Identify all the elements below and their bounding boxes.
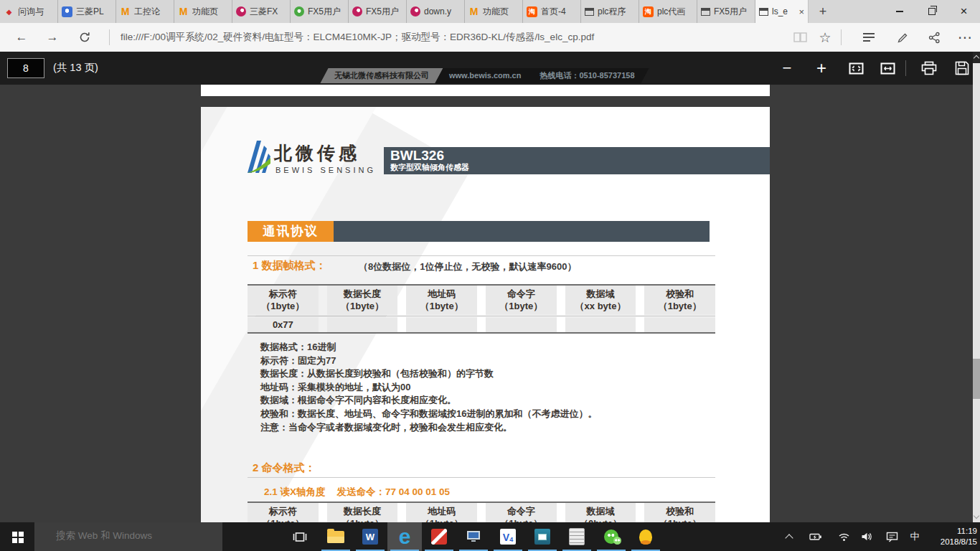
- new-tab-button[interactable]: +: [809, 0, 837, 23]
- back-button[interactable]: ←: [9, 23, 34, 52]
- taskbar-app-notepad[interactable]: [560, 522, 594, 551]
- browser-tab[interactable]: 淘plc代画: [639, 0, 697, 23]
- taskbar-app-word[interactable]: W: [353, 522, 387, 551]
- tray-notifications[interactable]: [881, 522, 903, 551]
- table-data-row: 0x77: [248, 317, 715, 332]
- tray-volume[interactable]: [857, 522, 877, 551]
- red-app-icon: [431, 529, 447, 545]
- scrollbar[interactable]: [973, 52, 980, 522]
- reading-view-icon: [793, 32, 807, 42]
- taskbar-app-qq[interactable]: [628, 522, 663, 551]
- logo-title: 北微传感: [274, 141, 360, 165]
- table-header-cell: 数据域（xx byte）: [565, 286, 636, 315]
- description-line: 数据长度：从数据长度到校验和（包括校验和）的字节数: [260, 367, 597, 381]
- chevron-up-icon: [974, 55, 979, 61]
- table-header-cell: 数据域（0byte）: [565, 503, 636, 522]
- task-view-button[interactable]: [286, 522, 314, 551]
- browser-tab[interactable]: plc程序: [581, 0, 639, 23]
- table-header-row: 标示符（1byte） 数据长度（1byte） 地址码（1byte） 命令字（1b…: [248, 286, 715, 315]
- rule: [248, 255, 715, 256]
- divider: [905, 60, 906, 76]
- description-line: 标示符：固定为77: [260, 354, 597, 368]
- contact-banner: www.bewis.com.cn热线电话：0510-85737158: [435, 68, 649, 83]
- scroll-down-button[interactable]: [973, 511, 980, 522]
- taskbar-app-wechat[interactable]: [594, 522, 628, 551]
- taskbar-app-explorer[interactable]: [319, 522, 353, 551]
- zoom-in-button[interactable]: +: [808, 58, 835, 78]
- section1-note: （8位数据位，1位停止位，无校验，默认速率9600）: [359, 260, 576, 273]
- taskbar-app-edge[interactable]: e: [387, 522, 422, 551]
- taskbar-search[interactable]: [34, 522, 222, 551]
- browser-tab[interactable]: M工控论: [116, 0, 174, 23]
- section-banner-bar: [334, 221, 710, 242]
- save-button[interactable]: [948, 58, 976, 78]
- page-number-input[interactable]: 8: [7, 58, 44, 78]
- browser-tab[interactable]: 三菱PL: [58, 0, 116, 23]
- window-close-button[interactable]: ×: [948, 0, 980, 23]
- prev-page-footer-banner: 无锡北微传感科技有限公司 www.bewis.com.cn热线电话：0510-8…: [324, 68, 645, 83]
- address-bar: ← → file:///F:/00调平系统/02_硬件资料/电缸型号：ELCM4…: [0, 23, 980, 52]
- web-note-button[interactable]: [891, 23, 914, 52]
- window-restore-button[interactable]: [915, 0, 948, 23]
- browser-tab[interactable]: ◆问询与: [0, 0, 58, 23]
- url-text[interactable]: file:///F:/00调平系统/02_硬件资料/电缸型号：ELCM4E10M…: [121, 23, 594, 52]
- favorites-star-button[interactable]: ☆: [814, 23, 837, 52]
- pdf-page: 北微传感 BEWIS SENSING BWL326 数字型双轴倾角传感器 通讯协…: [201, 107, 770, 522]
- share-button[interactable]: [923, 23, 946, 52]
- zoom-out-button[interactable]: −: [773, 58, 801, 78]
- taskbar: W e V4 中 11:19 2018/8/15: [0, 522, 980, 551]
- browser-tab[interactable]: down.y: [407, 0, 465, 23]
- hub-icon: [863, 31, 875, 44]
- hub-button[interactable]: [857, 23, 880, 52]
- taskbar-app-computer[interactable]: [456, 522, 491, 551]
- refresh-button[interactable]: [72, 23, 98, 52]
- bewis-logo-icon: [246, 140, 272, 174]
- task-view-icon: [293, 531, 307, 543]
- browser-tab[interactable]: M功能页: [465, 0, 523, 23]
- tray-wifi[interactable]: [834, 522, 854, 551]
- scrollbar-thumb[interactable]: [973, 359, 980, 399]
- taskbar-app-red[interactable]: [422, 522, 456, 551]
- fit-width-button[interactable]: [874, 58, 901, 78]
- start-button[interactable]: [0, 522, 34, 551]
- table-header-row: 标示符（1byte） 数据长度（1byte） 地址码（1byte） 命令字（1b…: [248, 503, 715, 522]
- browser-tab[interactable]: M功能页: [174, 0, 232, 23]
- tab-close-icon[interactable]: ×: [797, 6, 804, 17]
- window-minimize-button[interactable]: [883, 0, 915, 23]
- browser-tab[interactable]: FX5用户: [291, 0, 349, 23]
- forum-favicon-icon: M: [468, 6, 479, 17]
- browser-tab-bar: ◆问询与 三菱PL M工控论 M功能页 三菱FX FX5用户 FX5用户 dow…: [0, 0, 980, 23]
- table-header-cell: 校验和（1byte）: [644, 286, 715, 315]
- search-input[interactable]: [34, 522, 214, 541]
- table-cell: [486, 317, 557, 332]
- reading-view-button[interactable]: [788, 23, 811, 52]
- fit-page-button[interactable]: [842, 58, 870, 78]
- tray-ime-indicator[interactable]: 中: [905, 522, 924, 551]
- tray-battery[interactable]: [805, 522, 826, 551]
- model-name: BWL326: [390, 149, 770, 163]
- chevron-down-icon: [974, 513, 979, 519]
- table-header-cell: 数据长度（1byte）: [327, 503, 398, 522]
- scroll-up-button[interactable]: [973, 52, 980, 63]
- browser-tab-active[interactable]: ls_e×: [755, 0, 809, 23]
- taobao-favicon-icon: 淘: [527, 6, 537, 17]
- forward-button[interactable]: →: [39, 23, 65, 52]
- browser-tab[interactable]: FX5用户: [697, 0, 755, 23]
- wifi-icon: [838, 532, 850, 542]
- taskbar-app-dictionary[interactable]: [525, 522, 560, 551]
- more-options-button[interactable]: ⋯: [953, 23, 976, 52]
- tray-clock[interactable]: 11:19 2018/8/15: [924, 526, 977, 547]
- clock-time: 11:19: [924, 526, 977, 537]
- table-header-cell: 数据长度（1byte）: [327, 286, 398, 315]
- chevron-up-icon: [785, 534, 793, 542]
- browser-tab[interactable]: FX5用户: [349, 0, 407, 23]
- description-line: 注意：当命令字或者数据域变化时，校验和会发生相应变化。: [260, 421, 597, 435]
- browser-tab[interactable]: 淘首页-4: [523, 0, 581, 23]
- table-cell: [644, 317, 715, 332]
- section-banner-title: 通讯协议: [248, 221, 334, 242]
- tray-expand-button[interactable]: [779, 522, 799, 551]
- fit-page-icon: [849, 62, 864, 75]
- print-button[interactable]: [915, 58, 943, 78]
- browser-tab[interactable]: 三菱FX: [232, 0, 291, 23]
- taskbar-app-v4[interactable]: V4: [491, 522, 525, 551]
